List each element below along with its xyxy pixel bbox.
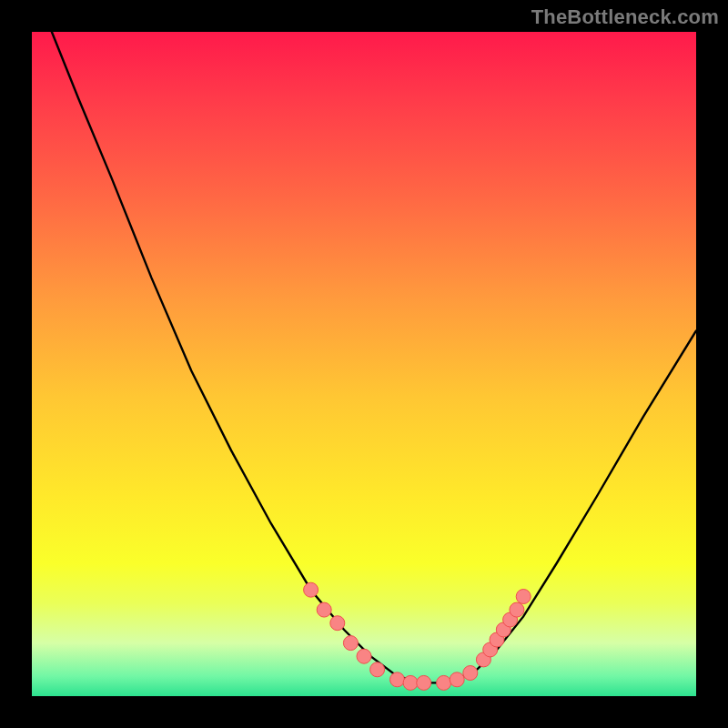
- curve-markers: [304, 582, 531, 690]
- bottom-marker-2: [403, 675, 418, 690]
- bottom-marker-4: [437, 675, 451, 690]
- right-marker-7: [516, 590, 531, 604]
- bottom-marker-1: [390, 672, 405, 687]
- chart-svg: [32, 32, 696, 696]
- chart-frame: TheBottleneck.com: [0, 0, 728, 728]
- left-marker-3: [330, 616, 345, 631]
- left-marker-2: [317, 602, 331, 617]
- bottom-marker-3: [417, 675, 431, 690]
- right-marker-6: [510, 602, 524, 617]
- left-marker-1: [304, 582, 318, 597]
- left-marker-6: [370, 662, 385, 677]
- left-marker-4: [343, 636, 358, 651]
- watermark-text: TheBottleneck.com: [531, 5, 719, 29]
- bottom-marker-5: [450, 672, 464, 687]
- left-marker-5: [357, 649, 371, 663]
- bottom-marker-6: [463, 666, 478, 681]
- bottleneck-curve: [32, 32, 696, 682]
